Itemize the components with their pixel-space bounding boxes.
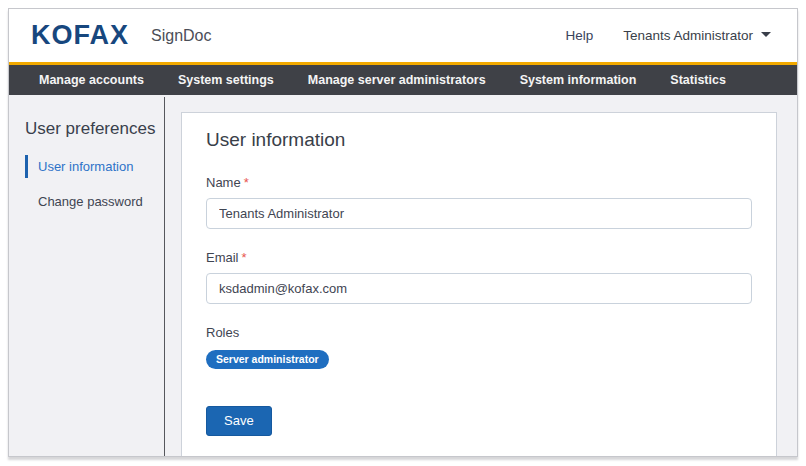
kofax-logo: KOFAX xyxy=(31,22,129,49)
product-name: SignDoc xyxy=(151,27,211,45)
page-title: User information xyxy=(206,129,752,151)
role-badge-server-administrator: Server administrator xyxy=(206,350,329,369)
nav-item-manage-accounts[interactable]: Manage accounts xyxy=(39,73,144,87)
header-right: Help Tenants Administrator xyxy=(565,28,771,43)
app-window: KOFAX SignDoc Help Tenants Administrator… xyxy=(8,8,798,457)
user-information-card: User information Name* Email* Roles Serv… xyxy=(181,112,777,457)
required-asterisk: * xyxy=(242,250,247,265)
name-field-label: Name* xyxy=(206,175,752,190)
help-link[interactable]: Help xyxy=(565,28,593,43)
nav-item-manage-server-administrators[interactable]: Manage server administrators xyxy=(308,73,486,87)
chevron-down-icon xyxy=(761,32,771,37)
sidebar: User preferences User information Change… xyxy=(9,97,165,457)
sidebar-item-change-password[interactable]: Change password xyxy=(25,190,164,213)
user-menu-dropdown[interactable]: Tenants Administrator xyxy=(623,28,771,43)
required-asterisk: * xyxy=(244,175,249,190)
email-field-label: Email* xyxy=(206,250,752,265)
app-header: KOFAX SignDoc Help Tenants Administrator xyxy=(9,9,797,62)
nav-item-system-settings[interactable]: System settings xyxy=(178,73,274,87)
nav-item-system-information[interactable]: System information xyxy=(520,73,637,87)
sidebar-item-user-information[interactable]: User information xyxy=(25,155,164,178)
email-label-text: Email xyxy=(206,250,239,265)
sidebar-title: User preferences xyxy=(25,119,164,139)
name-field[interactable] xyxy=(206,198,752,229)
nav-item-statistics[interactable]: Statistics xyxy=(670,73,726,87)
email-field[interactable] xyxy=(206,273,752,304)
roles-label: Roles xyxy=(206,325,752,340)
page-body: User preferences User information Change… xyxy=(9,95,797,457)
save-button[interactable]: Save xyxy=(206,406,272,436)
top-navbar: Manage accounts System settings Manage s… xyxy=(9,65,797,95)
name-label-text: Name xyxy=(206,175,241,190)
user-menu-label: Tenants Administrator xyxy=(623,28,753,43)
